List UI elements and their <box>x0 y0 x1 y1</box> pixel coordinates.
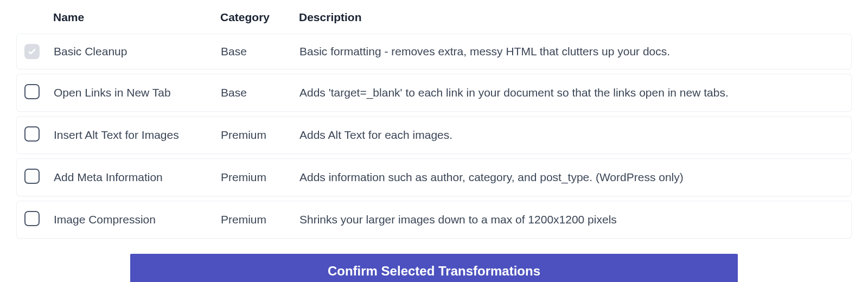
row-description: Adds 'target=_blank' to each link in you… <box>299 86 844 99</box>
table-row: Image Compression Premium Shrinks your l… <box>16 201 852 239</box>
row-category: Premium <box>221 213 299 226</box>
table-row: Add Meta Information Premium Adds inform… <box>16 158 852 196</box>
row-checkbox-alt-text[interactable] <box>24 126 40 142</box>
check-icon <box>27 47 37 56</box>
row-checkbox-basic-cleanup <box>24 44 40 59</box>
header-description: Description <box>299 11 844 24</box>
table-header: Name Category Description <box>16 5 852 34</box>
row-description: Adds Alt Text for each images. <box>299 129 844 142</box>
row-name: Add Meta Information <box>54 171 221 184</box>
transformations-table: Name Category Description Basic Cleanup … <box>16 5 852 239</box>
table-row: Basic Cleanup Base Basic formatting - re… <box>16 34 852 69</box>
row-name: Image Compression <box>54 213 221 226</box>
row-name: Basic Cleanup <box>54 45 221 58</box>
row-checkbox-image-compression[interactable] <box>24 211 40 226</box>
row-description: Basic formatting - removes extra, messy … <box>299 45 844 58</box>
row-category: Base <box>221 86 299 99</box>
row-description: Shrinks your larger images down to a max… <box>299 213 844 226</box>
confirm-button[interactable]: Confirm Selected Transformations <box>130 254 738 282</box>
row-category: Premium <box>221 129 299 142</box>
header-name: Name <box>53 11 220 24</box>
row-category: Base <box>221 45 299 58</box>
row-description: Adds information such as author, categor… <box>299 171 844 184</box>
table-row: Insert Alt Text for Images Premium Adds … <box>16 116 852 154</box>
row-checkbox-open-links[interactable] <box>24 84 40 99</box>
row-category: Premium <box>221 171 299 184</box>
row-name: Open Links in New Tab <box>54 86 221 99</box>
table-row: Open Links in New Tab Base Adds 'target=… <box>16 74 852 112</box>
header-category: Category <box>220 11 299 24</box>
row-checkbox-meta-info[interactable] <box>24 169 40 184</box>
row-name: Insert Alt Text for Images <box>54 129 221 142</box>
